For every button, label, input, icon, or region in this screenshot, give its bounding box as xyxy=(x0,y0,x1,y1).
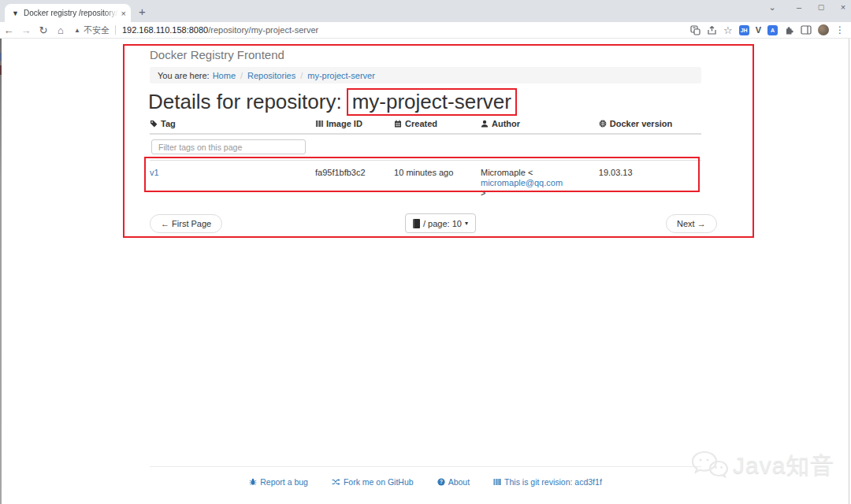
docker-version-cell: 19.03.13 xyxy=(599,168,701,198)
url-host: 192.168.110.158:8080 xyxy=(122,25,208,35)
page-size-dropdown[interactable]: / page: 10 ▾ xyxy=(405,213,476,233)
page-title-prefix: Details for repository: xyxy=(148,90,342,114)
breadcrumb-home-link[interactable]: Home xyxy=(213,71,236,80)
window-right-edge xyxy=(849,39,849,504)
filter-tags-input[interactable] xyxy=(151,139,306,154)
breadcrumb: You are here: Home / Repositories / my-p… xyxy=(150,67,701,83)
next-page-button[interactable]: Next → xyxy=(666,214,717,233)
security-warning-label[interactable]: 不安全 xyxy=(84,24,110,36)
column-header-image-id[interactable]: Image ID xyxy=(315,119,394,128)
bug-icon xyxy=(249,478,257,486)
address-bar[interactable]: ▲ 不安全 192.168.110.158:8080/repository/my… xyxy=(74,24,690,36)
column-header-author[interactable]: Author xyxy=(481,119,599,128)
url-path: /repository/my-project-server xyxy=(208,25,318,35)
breadcrumb-repositories-link[interactable]: Repositories xyxy=(247,71,295,80)
window-chevron-button[interactable]: ⌄ xyxy=(761,1,783,13)
filter-row xyxy=(150,135,701,161)
column-header-created[interactable]: Created xyxy=(394,119,481,128)
author-name: Micromaple < xyxy=(481,168,599,178)
tag-link[interactable]: v1 xyxy=(150,168,159,177)
column-header-tag[interactable]: Tag xyxy=(150,119,315,128)
back-icon[interactable]: ← xyxy=(0,24,17,36)
tags-book-icon xyxy=(413,219,420,228)
barcode-icon xyxy=(315,120,323,128)
wechat-icon xyxy=(690,449,728,482)
globe-icon xyxy=(599,120,607,128)
tags-table: Tag Image ID Created Author Docker versi… xyxy=(150,119,701,198)
footer-divider xyxy=(150,466,701,467)
git-revision-link[interactable]: This is git revision: acd3f1f xyxy=(493,477,602,487)
author-email-link[interactable]: micromaple@qq.com xyxy=(481,178,599,188)
column-header-docker-version[interactable]: Docker version xyxy=(599,119,701,128)
translate-extension-icon[interactable]: A xyxy=(767,25,778,35)
extension-v-icon[interactable]: V xyxy=(756,25,761,35)
security-warning-icon: ▲ xyxy=(74,27,80,34)
watermark-text: Java知音 xyxy=(733,450,834,482)
home-icon[interactable]: ⌂ xyxy=(52,24,69,36)
footer: Report a bug Fork me on GitHub ? About T… xyxy=(150,477,701,487)
fork-icon xyxy=(332,478,340,486)
page-title: Details for repository: my-project-serve… xyxy=(148,88,517,116)
background-window-edge xyxy=(0,39,2,504)
tag-icon xyxy=(150,120,158,128)
image-id-cell: fa95f1bfb3c2 xyxy=(315,168,394,198)
svg-text:?: ? xyxy=(440,479,443,484)
window-minimize-button[interactable]: – xyxy=(788,1,810,13)
fork-github-link[interactable]: Fork me on GitHub xyxy=(332,477,414,487)
table-row: v1 fa95f1bfb3c2 10 minutes ago Micromapl… xyxy=(150,161,701,198)
caret-down-icon: ▾ xyxy=(465,220,468,227)
site-favicon-icon: ▼ xyxy=(12,9,19,17)
about-link[interactable]: ? About xyxy=(437,477,470,487)
browser-tab[interactable]: ▼ Docker registry /repository/my × xyxy=(5,4,131,22)
table-header-row: Tag Image ID Created Author Docker versi… xyxy=(150,119,701,135)
breadcrumb-prefix: You are here: xyxy=(158,71,210,80)
report-bug-link[interactable]: Report a bug xyxy=(249,477,308,487)
first-page-button[interactable]: ← First Page xyxy=(150,214,222,233)
share-icon[interactable] xyxy=(707,25,717,35)
bookmark-star-icon[interactable]: ☆ xyxy=(723,24,733,36)
tab-close-icon[interactable]: × xyxy=(121,9,126,18)
breadcrumb-separator: / xyxy=(300,71,303,80)
page-size-label: / page: 10 xyxy=(423,219,462,228)
author-bracket: > xyxy=(481,188,599,198)
side-panel-icon[interactable] xyxy=(801,25,812,35)
profile-avatar[interactable] xyxy=(818,24,829,35)
browser-toolbar: ← → ↻ ⌂ ▲ 不安全 192.168.110.158:8080/repos… xyxy=(0,22,851,39)
breadcrumb-separator: / xyxy=(240,71,243,80)
tab-strip: ▼ Docker registry /repository/my × + ⌄ –… xyxy=(0,0,851,22)
browser-menu-icon[interactable]: ⋮ xyxy=(835,24,845,35)
reload-icon[interactable]: ↻ xyxy=(35,24,52,36)
window-maximize-button[interactable]: ▢ xyxy=(810,1,832,13)
new-tab-button[interactable]: + xyxy=(139,5,146,18)
author-cell: Micromaple < micromaple@qq.com > xyxy=(481,168,599,198)
window-close-button[interactable]: × xyxy=(832,1,851,13)
created-cell: 10 minutes ago xyxy=(394,168,481,198)
extensions-puzzle-icon[interactable] xyxy=(784,25,794,35)
watermark: Java知音 xyxy=(690,449,834,482)
address-divider xyxy=(115,25,116,35)
revision-barcode-icon xyxy=(493,478,501,486)
question-circle-icon: ? xyxy=(437,478,445,486)
extension-jh-icon[interactable]: JH xyxy=(739,25,749,35)
translate-page-icon[interactable] xyxy=(690,25,700,35)
forward-icon[interactable]: → xyxy=(17,24,35,36)
breadcrumb-current-link[interactable]: my-project-server xyxy=(307,71,375,80)
tab-title: Docker registry /repository/my xyxy=(24,9,118,17)
repository-name: my-project-server xyxy=(347,88,517,116)
user-icon xyxy=(481,120,489,128)
calendar-icon xyxy=(394,120,402,128)
app-brand: Docker Registry Frontend xyxy=(150,48,284,61)
